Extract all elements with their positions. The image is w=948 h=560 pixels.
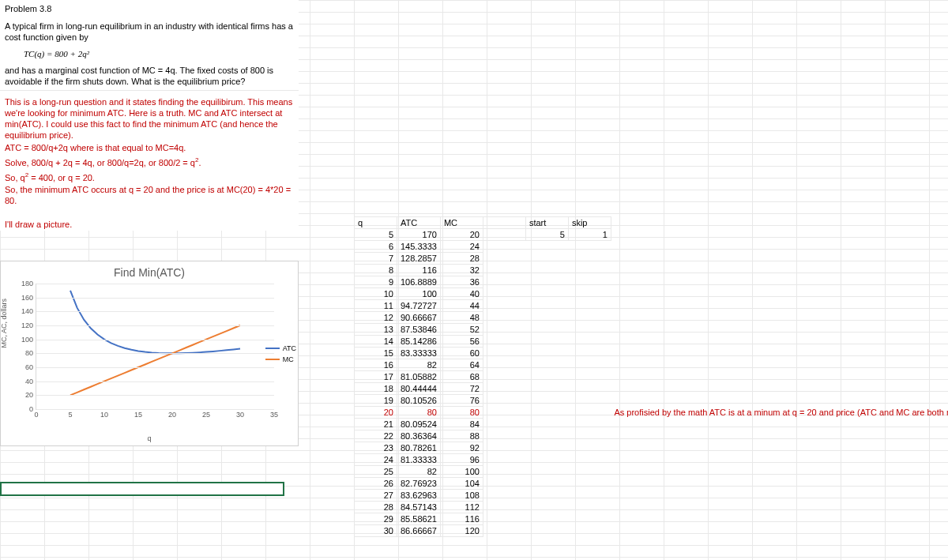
x-tick: 0 (34, 409, 38, 419)
solution-block: This is a long-run question and it state… (0, 96, 299, 231)
table-row[interactable]: 2280.3636488 (355, 430, 949, 442)
col-q[interactable]: q (355, 217, 397, 229)
table-row[interactable]: 2380.7826192 (355, 442, 949, 454)
problem-formula: TC(q) = 800 + 2q² (0, 46, 299, 62)
y-tick: 100 (21, 336, 36, 344)
y-tick: 140 (21, 307, 36, 315)
solution-line: So, q2 = 400, or q = 20. (0, 169, 299, 184)
table-row[interactable]: 3086.66667120 (355, 525, 949, 537)
col-start[interactable]: start (525, 217, 568, 229)
chart[interactable]: Find Min(ATC) MC, AC, dollars 0204060801… (0, 261, 299, 446)
problem-para2: and has a marginal cost function of MC =… (0, 62, 299, 90)
legend: ATC MC (265, 341, 296, 366)
x-tick: 25 (202, 409, 210, 419)
table-row[interactable]: 7128.285728 (355, 253, 949, 265)
table-row[interactable]: 1485.1428656 (355, 336, 949, 348)
table-row[interactable]: 1583.3333360 (355, 348, 949, 359)
table-row[interactable]: 1010040 (355, 288, 949, 300)
table-row[interactable]: 1781.0588268 (355, 371, 949, 383)
solution-line: I'll draw a picture. (0, 218, 299, 231)
table-row[interactable]: 1194.7272744 (355, 300, 949, 312)
table-row[interactable]: 1387.5384652 (355, 324, 949, 336)
x-tick: 5 (68, 409, 72, 419)
left-column: Problem 3.8 A typical firm in long-run e… (0, 0, 299, 231)
col-atc[interactable]: ATC (397, 217, 441, 229)
y-tick: 60 (25, 363, 36, 371)
plot-area: 02040608010012014016018005101520253035 (36, 284, 274, 410)
table-row[interactable]: 1880.4444472 (355, 383, 949, 395)
problem-block: Problem 3.8 A typical firm in long-run e… (0, 0, 299, 91)
y-tick: 40 (25, 378, 36, 385)
x-tick: 30 (236, 409, 244, 419)
plot-lines (36, 284, 274, 409)
x-tick: 10 (100, 409, 108, 419)
table-row[interactable]: 51702051 (355, 229, 949, 241)
table-row[interactable]: 2481.3333396 (355, 454, 949, 466)
col-mc[interactable]: MC (440, 217, 483, 229)
problem-title: Problem 3.8 (0, 0, 299, 17)
table-row[interactable]: 1290.6666748 (355, 312, 949, 324)
y-tick: 180 (21, 280, 36, 288)
solution-line: ATC = 800/q+2q where is that equal to MC… (0, 141, 299, 154)
table-row[interactable]: 811632 (355, 265, 949, 276)
x-tick: 20 (168, 409, 176, 419)
table-row[interactable]: 9106.888936 (355, 276, 949, 288)
active-cell[interactable] (0, 482, 284, 496)
start-value[interactable]: 5 (525, 229, 568, 241)
table-row[interactable]: 1980.1052676 (355, 395, 949, 407)
table-row[interactable]: 168264 (355, 359, 949, 371)
col-skip[interactable]: skip (568, 217, 611, 229)
table-row[interactable]: 2985.58621116 (355, 513, 949, 525)
x-tick: 15 (134, 409, 142, 419)
solution-note: As profisied by the math ATC is at a min… (611, 407, 948, 419)
x-tick: 35 (270, 409, 278, 419)
table-row[interactable]: 2884.57143112 (355, 502, 949, 513)
table-row[interactable]: 2682.76923104 (355, 478, 949, 490)
table-row[interactable]: 2180.0952484 (355, 419, 949, 430)
y-tick: 160 (21, 294, 36, 302)
solution-line: Solve, 800/q + 2q = 4q, or 800/q=2q, or … (0, 154, 299, 169)
table-row[interactable]: 6145.333324 (355, 241, 949, 253)
x-axis-title: q (147, 434, 151, 442)
solution-line: This is a long-run question and it state… (0, 96, 299, 141)
chart-title: Find Min(ATC) (1, 261, 298, 284)
y-tick: 120 (21, 321, 36, 329)
legend-item-atc: ATC (265, 344, 296, 352)
solution-line: So, the minimum ATC occurs at q = 20 and… (0, 183, 299, 207)
y-axis-title: MC, AC, dollars (0, 298, 8, 348)
y-tick: 20 (25, 391, 36, 399)
problem-para1: A typical firm in long-run equilibrium i… (0, 17, 299, 46)
table-row[interactable]: 2783.62963108 (355, 490, 949, 502)
y-tick: 80 (25, 349, 36, 357)
table-row[interactable]: 2582100 (355, 466, 949, 478)
data-table[interactable]: qATCMCstartskip517020516145.3333247128.2… (354, 216, 948, 537)
legend-item-mc: MC (265, 355, 296, 363)
skip-value[interactable]: 1 (568, 229, 611, 241)
table-row[interactable]: 208080As profisied by the math ATC is at… (355, 407, 949, 419)
